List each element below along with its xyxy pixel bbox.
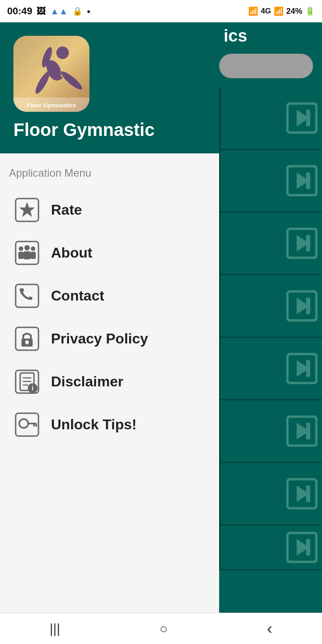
gallery-icon: 🖼 xyxy=(37,6,46,17)
signal-icon: 📶 xyxy=(248,6,258,16)
home-nav-button[interactable]: ○ xyxy=(146,617,181,641)
svg-rect-17 xyxy=(306,423,310,439)
phone-icon xyxy=(15,284,39,308)
nav-arrow-icon[interactable] xyxy=(282,149,322,212)
app-title: Floor Gymnastic xyxy=(13,120,155,140)
network-type: 4G xyxy=(261,7,271,16)
navigation-drawer: Floor Gymnastics Floor Gymnastic Applica… xyxy=(0,22,219,644)
disclaimer-label: Disclaimer xyxy=(51,373,123,390)
nav-arrow-icon[interactable] xyxy=(282,275,322,337)
battery-percent: 24% xyxy=(286,7,302,16)
grid-row xyxy=(219,150,322,212)
grid-row xyxy=(219,400,322,463)
nav-arrow-icon[interactable] xyxy=(282,400,322,462)
svg-rect-20 xyxy=(306,485,310,502)
bottom-navigation: ||| ○ ‹ xyxy=(0,613,322,644)
main-topbar: ics xyxy=(219,22,322,49)
svg-marker-33 xyxy=(19,202,35,217)
svg-rect-5 xyxy=(306,172,310,189)
grid-row xyxy=(219,338,322,400)
status-time: 00:49 🖼 ▲▲ 🔒 ● xyxy=(7,5,90,17)
contact-label: Contact xyxy=(51,288,104,304)
svg-rect-14 xyxy=(306,360,310,377)
grid-row xyxy=(219,463,322,525)
svg-rect-38 xyxy=(24,251,30,259)
rate-icon-box xyxy=(13,196,40,223)
drawer-body: Application Menu Rate xyxy=(0,153,219,644)
privacy-policy-label: Privacy Policy xyxy=(51,330,148,347)
svg-rect-40 xyxy=(30,252,36,259)
svg-point-37 xyxy=(24,245,30,250)
app-icon-text: Floor Gymnastics xyxy=(27,102,76,109)
info-icon: i xyxy=(15,369,39,394)
svg-rect-23 xyxy=(306,539,310,555)
dot-icon: ● xyxy=(87,8,90,15)
time-display: 00:49 xyxy=(7,5,32,17)
svg-rect-36 xyxy=(18,252,24,259)
svg-point-54 xyxy=(19,419,28,428)
lock-icon: 🔒 xyxy=(72,6,82,16)
grid-row xyxy=(219,212,322,275)
menu-section-label: Application Menu xyxy=(9,167,210,179)
lock-shield-icon xyxy=(15,326,39,351)
brand-icon: ▲▲ xyxy=(50,6,68,17)
home-nav-icon: ○ xyxy=(160,621,168,636)
disclaimer-icon-box: i xyxy=(13,368,40,395)
key-icon xyxy=(15,412,39,437)
menu-item-rate[interactable]: Rate xyxy=(9,188,210,231)
svg-rect-8 xyxy=(306,235,310,251)
svg-text:Floor Gymnastics: Floor Gymnastics xyxy=(27,102,76,109)
privacy-icon-box xyxy=(13,325,40,352)
drawer-header: Floor Gymnastics Floor Gymnastic xyxy=(0,22,219,153)
grid-row xyxy=(219,525,322,570)
about-icon-box xyxy=(13,239,40,266)
menu-item-unlock-tips[interactable]: Unlock Tips! xyxy=(9,403,210,446)
menu-nav-button[interactable]: ||| xyxy=(36,617,73,641)
status-right-icons: 📶 4G 📶 24% 🔋 xyxy=(248,6,315,16)
grid-area xyxy=(219,87,322,570)
nav-arrow-icon[interactable] xyxy=(282,337,322,400)
grid-row xyxy=(219,275,322,338)
svg-point-25 xyxy=(56,47,69,59)
svg-text:i: i xyxy=(32,385,34,392)
menu-nav-icon: ||| xyxy=(50,621,60,636)
unlock-icon-box xyxy=(13,411,40,438)
back-nav-icon: ‹ xyxy=(267,619,272,638)
star-icon xyxy=(15,198,39,222)
menu-item-contact[interactable]: Contact xyxy=(9,274,210,317)
svg-rect-2 xyxy=(306,110,310,126)
nav-arrow-icon[interactable] xyxy=(282,525,322,570)
signal2-icon: 📶 xyxy=(274,6,284,16)
app-icon: Floor Gymnastics xyxy=(13,36,89,112)
menu-item-disclaimer[interactable]: i Disclaimer xyxy=(9,360,210,403)
grid-row xyxy=(219,87,322,150)
app-icon-image: Floor Gymnastics xyxy=(13,36,89,112)
nav-arrow-icon[interactable] xyxy=(282,87,322,149)
menu-item-about[interactable]: About xyxy=(9,231,210,274)
svg-rect-11 xyxy=(306,297,310,314)
group-icon xyxy=(15,241,39,265)
nav-arrow-icon[interactable] xyxy=(282,462,322,525)
svg-rect-41 xyxy=(16,284,38,307)
svg-point-39 xyxy=(31,246,35,251)
main-title: ics xyxy=(224,26,247,46)
battery-icon: 🔋 xyxy=(305,6,315,16)
back-nav-button[interactable]: ‹ xyxy=(254,615,286,643)
svg-point-35 xyxy=(19,246,23,251)
rate-label: Rate xyxy=(51,202,82,218)
contact-icon-box xyxy=(13,282,40,309)
menu-item-privacy-policy[interactable]: Privacy Policy xyxy=(9,317,210,360)
unlock-tips-label: Unlock Tips! xyxy=(51,416,136,433)
about-label: About xyxy=(51,245,92,261)
status-bar: 00:49 🖼 ▲▲ 🔒 ● 📶 4G 📶 24% 🔋 xyxy=(0,0,322,22)
nav-arrow-icon[interactable] xyxy=(282,212,322,275)
svg-rect-45 xyxy=(26,342,28,344)
search-bar[interactable] xyxy=(219,54,313,78)
